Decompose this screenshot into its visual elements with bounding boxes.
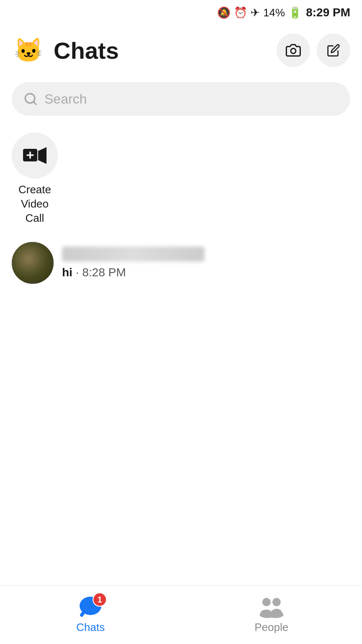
battery-icon: 🔋	[288, 6, 302, 19]
chats-tab-label: Chats	[76, 621, 105, 634]
svg-line-2	[34, 102, 36, 104]
video-call-section: Create Video Call	[0, 126, 362, 235]
people-tab-label: People	[255, 621, 289, 634]
page-header: 🐱 Chats	[0, 25, 362, 75]
chat-preview-separator: ·	[76, 266, 83, 279]
battery-percentage: 14%	[263, 6, 285, 19]
svg-marker-6	[38, 147, 47, 164]
camera-button[interactable]	[277, 34, 310, 67]
avatar-emoji: 🐱	[14, 36, 43, 64]
chat-avatar	[12, 242, 54, 284]
chats-badge: 1	[93, 592, 107, 607]
search-container: Search	[0, 75, 362, 126]
chat-avatar-image	[12, 242, 54, 284]
search-icon	[23, 92, 38, 106]
chat-preview: hi · 8:28 PM	[62, 266, 350, 279]
people-icon	[259, 596, 284, 618]
nav-tab-people[interactable]: People	[181, 591, 362, 639]
video-plus-icon	[23, 147, 47, 164]
compose-button[interactable]	[317, 34, 350, 67]
video-call-label: Create Video Call	[12, 183, 58, 225]
people-icon-wrapper	[259, 596, 284, 618]
nav-tab-chats[interactable]: 1 Chats	[0, 591, 181, 639]
bottom-navigation: 1 Chats People	[0, 585, 362, 644]
search-bar[interactable]: Search	[12, 82, 350, 116]
svg-point-9	[272, 598, 281, 606]
status-time: 8:29 PM	[306, 6, 350, 19]
chat-list-item[interactable]: hi · 8:28 PM	[5, 235, 357, 291]
chat-info: hi · 8:28 PM	[62, 247, 350, 279]
page-title: Chats	[54, 37, 277, 64]
alarm-icon: ⏰	[234, 6, 247, 19]
camera-icon	[286, 43, 301, 58]
svg-point-8	[262, 598, 271, 606]
header-actions	[277, 34, 350, 67]
chat-preview-text: hi	[62, 266, 72, 279]
search-placeholder: Search	[44, 91, 87, 107]
user-avatar[interactable]: 🐱	[12, 34, 45, 67]
airplane-icon: ✈	[251, 6, 260, 19]
svg-point-11	[268, 611, 283, 618]
create-video-call-button[interactable]	[12, 132, 58, 179]
chat-list: hi · 8:28 PM	[0, 235, 362, 291]
status-icons: 🔕 ⏰ ✈ 14% 🔋	[217, 6, 302, 19]
chat-preview-time: 8:28 PM	[82, 266, 126, 279]
pencil-icon	[327, 44, 340, 57]
mute-icon: 🔕	[217, 6, 230, 19]
svg-point-0	[291, 49, 296, 54]
status-bar: 🔕 ⏰ ✈ 14% 🔋 8:29 PM	[0, 0, 362, 25]
chat-name-blurred	[62, 247, 204, 262]
chats-icon-wrapper: 1	[78, 596, 103, 618]
